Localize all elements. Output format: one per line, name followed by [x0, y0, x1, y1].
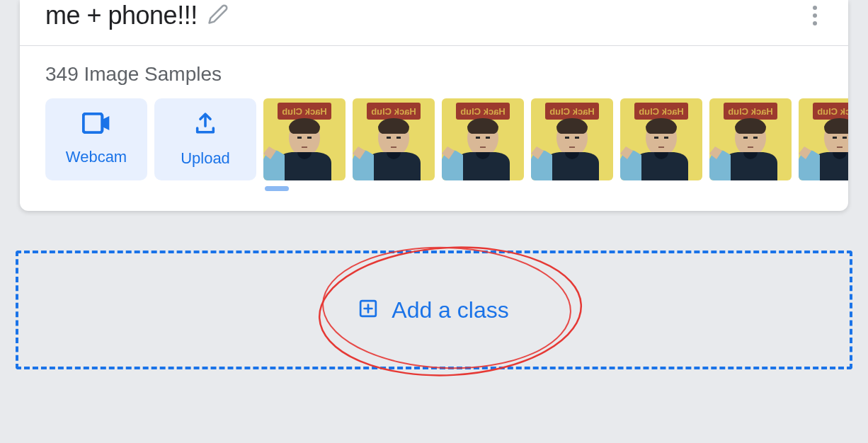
svg-rect-20 — [486, 137, 490, 139]
svg-rect-41 — [753, 137, 758, 139]
svg-rect-33 — [654, 137, 658, 139]
sample-thumbnail[interactable]: Hack Club — [709, 98, 792, 180]
upload-icon — [193, 111, 217, 138]
card-header: me + phone!!! — [20, 0, 848, 46]
svg-text:Hack Club: Hack Club — [639, 106, 684, 117]
svg-rect-26 — [565, 137, 569, 139]
add-class-button[interactable]: Add a class — [16, 251, 852, 369]
sample-thumbnail[interactable]: Hack Club — [799, 98, 848, 180]
svg-rect-14 — [391, 146, 396, 148]
svg-rect-12 — [387, 137, 391, 139]
svg-rect-27 — [575, 137, 579, 139]
svg-rect-40 — [743, 137, 748, 139]
sample-thumbnail[interactable]: Hack Club — [442, 98, 524, 180]
scroll-indicator[interactable] — [265, 186, 289, 191]
camera-icon — [82, 113, 110, 137]
svg-rect-42 — [748, 146, 753, 148]
webcam-button[interactable]: Webcam — [45, 98, 147, 180]
sample-thumbnail[interactable]: Hack Club — [353, 98, 435, 180]
sample-thumbnail[interactable]: Hack Club — [620, 98, 702, 180]
sample-thumbnail[interactable]: Hack Club — [263, 98, 346, 180]
upload-button[interactable]: Upload — [154, 98, 256, 180]
svg-rect-35 — [658, 146, 664, 148]
svg-rect-13 — [396, 137, 401, 139]
svg-text:Hack Club: Hack Club — [549, 106, 595, 117]
svg-rect-0 — [84, 114, 103, 133]
samples-count-label: 349 Image Samples — [45, 63, 823, 86]
svg-rect-49 — [837, 146, 843, 148]
svg-rect-47 — [833, 137, 837, 139]
webcam-label: Webcam — [66, 148, 127, 166]
kebab-menu-icon[interactable] — [807, 0, 823, 31]
svg-rect-28 — [569, 146, 575, 148]
svg-rect-34 — [664, 137, 668, 139]
edit-pencil-icon[interactable] — [207, 4, 229, 28]
svg-rect-21 — [480, 146, 486, 148]
plus-box-icon — [359, 299, 377, 321]
svg-text:Hack Club: Hack Club — [282, 106, 327, 117]
thumbnail-strip[interactable]: Hack Club Hack Club — [263, 98, 848, 180]
svg-text:Hack Club: Hack Club — [728, 106, 773, 117]
samples-row: Webcam Upload Hack Club — [45, 98, 823, 180]
svg-rect-7 — [302, 146, 307, 148]
sample-thumbnail[interactable]: Hack Club — [531, 98, 613, 180]
class-title-wrap: me + phone!!! — [45, 1, 229, 30]
svg-rect-19 — [476, 137, 480, 139]
add-class-label: Add a class — [392, 297, 508, 323]
svg-text:Hack Club: Hack Club — [371, 106, 416, 117]
class-title: me + phone!!! — [45, 1, 198, 30]
card-body: 349 Image Samples Webcam U — [20, 46, 848, 211]
svg-rect-5 — [297, 137, 302, 139]
svg-rect-48 — [843, 137, 847, 139]
class-card: me + phone!!! 349 Image Samples — [20, 0, 848, 211]
svg-text:Hack Club: Hack Club — [460, 106, 506, 117]
svg-text:Hack Club: Hack Club — [817, 106, 848, 117]
upload-label: Upload — [181, 149, 230, 168]
svg-rect-6 — [307, 137, 312, 139]
